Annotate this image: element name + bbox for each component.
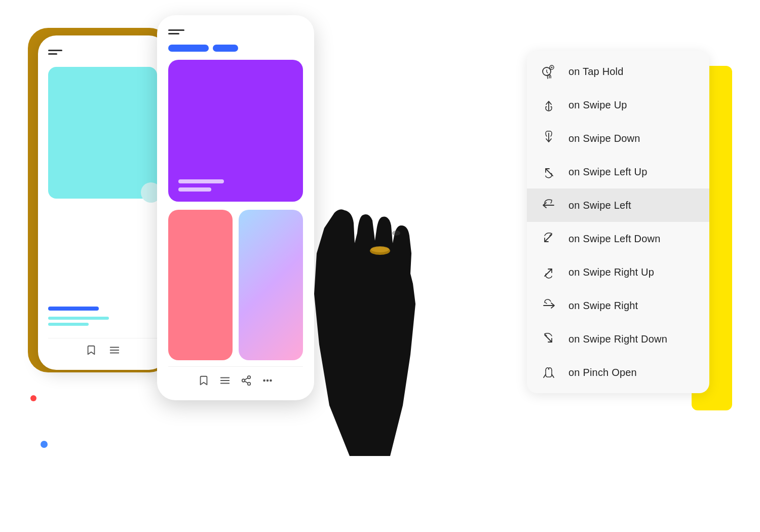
gesture-item-swipe-left-down[interactable]: on Swipe Left Down: [527, 222, 709, 255]
swipe-left-icon: [539, 196, 558, 215]
bookmark-icon[interactable]: [198, 375, 209, 386]
gesture-item-swipe-right[interactable]: on Swipe Right: [527, 289, 709, 322]
tap-hold-icon: [539, 62, 558, 81]
gesture-label-swipe-up: on Swipe Up: [568, 99, 627, 111]
gesture-label-swipe-right-down: on Swipe Right Down: [568, 333, 667, 345]
hamburger-line: [168, 33, 179, 34]
hamburger-line: [168, 29, 184, 31]
blue-title-bar: [48, 307, 99, 311]
tag-blue-2: [213, 45, 238, 52]
hamburger-line: [48, 53, 57, 55]
cyan-image-block: [48, 67, 157, 199]
gesture-item-pinch-open[interactable]: on Pinch Open: [527, 356, 709, 389]
swipe-up-icon: [539, 95, 558, 115]
hamburger-menu-center[interactable]: [168, 29, 303, 34]
bookmark-icon[interactable]: [86, 345, 97, 356]
gesture-label-swipe-right: on Swipe Right: [568, 300, 638, 312]
swipe-down-icon: [539, 129, 558, 148]
gesture-item-swipe-right-down[interactable]: on Swipe Right Down: [527, 322, 709, 356]
svg-point-12: [267, 380, 269, 382]
tag-row: [168, 45, 303, 52]
swipe-left-down-icon: [539, 229, 558, 248]
decorative-dot-red: [30, 395, 36, 401]
svg-point-15: [371, 246, 389, 252]
swipe-left-up-icon: [539, 162, 558, 181]
svg-point-11: [263, 380, 265, 382]
hamburger-menu-left[interactable]: [48, 50, 157, 55]
cyan-text-bar: [48, 323, 89, 326]
list-icon[interactable]: [219, 375, 231, 386]
menu-icon[interactable]: [109, 345, 120, 356]
gesture-label-swipe-left-down: on Swipe Left Down: [568, 233, 660, 245]
swipe-right-down-icon: [539, 329, 558, 349]
pinch-open-icon: [539, 363, 558, 382]
hand-illustration: [279, 152, 456, 456]
gesture-label-swipe-left-up: on Swipe Left Up: [568, 166, 648, 178]
gesture-label-swipe-left: on Swipe Left: [568, 200, 631, 211]
phone-left: [38, 35, 167, 370]
svg-line-9: [245, 381, 248, 383]
gesture-label-tap-hold: on Tap Hold: [568, 66, 624, 78]
gesture-label-swipe-down: on Swipe Down: [568, 133, 640, 144]
svg-point-16: [392, 231, 400, 236]
svg-line-10: [245, 378, 248, 380]
gesture-item-swipe-down[interactable]: on Swipe Down: [527, 122, 709, 155]
gesture-label-swipe-right-up: on Swipe Right Up: [568, 267, 654, 278]
gesture-item-swipe-up[interactable]: on Swipe Up: [527, 88, 709, 122]
tag-blue-1: [168, 45, 209, 52]
gesture-item-swipe-left-up[interactable]: on Swipe Left Up: [527, 155, 709, 188]
more-icon[interactable]: [262, 375, 273, 386]
cyan-text-bar: [48, 317, 109, 320]
purple-card-line: [178, 187, 211, 192]
swipe-right-up-icon: [539, 262, 558, 282]
gesture-item-tap-hold[interactable]: on Tap Hold: [527, 55, 709, 88]
hamburger-line: [48, 50, 62, 51]
share-icon[interactable]: [241, 375, 252, 386]
gesture-item-swipe-right-up[interactable]: on Swipe Right Up: [527, 255, 709, 289]
decorative-dot-blue: [41, 441, 48, 448]
bottom-nav-left: [48, 338, 157, 360]
svg-point-13: [270, 380, 272, 382]
gesture-item-swipe-left[interactable]: on Swipe Left: [527, 188, 709, 222]
gesture-label-pinch-open: on Pinch Open: [568, 367, 637, 378]
svg-point-19: [551, 67, 553, 68]
purple-card-line: [178, 179, 224, 183]
swipe-right-icon: [539, 296, 558, 315]
pink-card: [168, 210, 233, 360]
gesture-panel: on Tap Hold on Swipe Up on Swipe Down: [527, 51, 709, 393]
